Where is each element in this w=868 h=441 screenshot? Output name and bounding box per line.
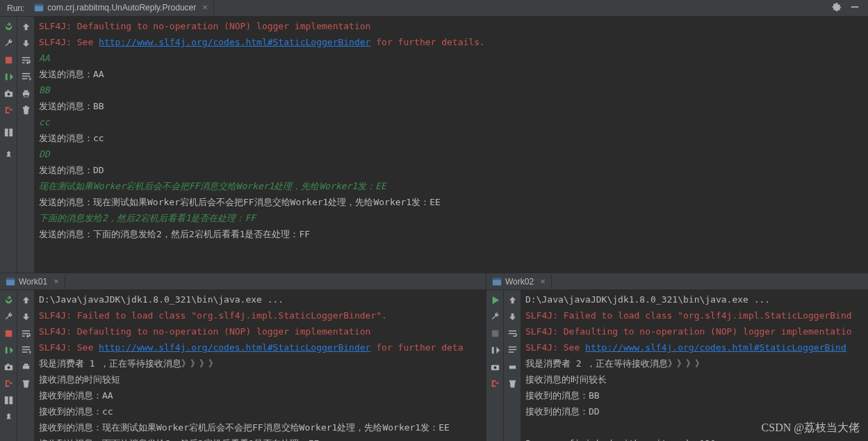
svg-rect-18 [4,396,8,403]
console-icon [34,3,44,13]
console-line: 发送的消息：下面的消息发给2，然后2宕机后看看1是否在处理：FF [39,229,310,239]
work01-console[interactable]: D:\Java\javaJDK\jdk1.8.0_321\bin\java.ex… [35,290,486,441]
console-line: 接收到的消息：现在测试如果Worker宕机后会不会把FF消息交给Worker1处… [39,422,450,433]
print-icon[interactable] [507,361,518,372]
pin-icon[interactable] [3,411,14,422]
console-line: DD [39,149,50,159]
tab-producer-label: com.crj.rabbitmq.UnAutoReply.Producer [47,3,196,13]
svg-rect-20 [22,365,28,369]
stop-icon[interactable] [3,328,14,339]
wrap-icon[interactable] [20,328,31,339]
console-line: 发送的消息：AA [39,69,104,79]
layout-icon[interactable] [3,127,14,138]
gear-icon[interactable] [832,2,842,14]
tab-work02[interactable]: Work02 × [486,275,552,288]
run-icon[interactable] [489,294,500,305]
rerun-green-icon[interactable] [3,344,14,355]
tab-producer[interactable]: com.crj.rabbitmq.UnAutoReply.Producer × [28,1,213,15]
scroll-icon[interactable] [20,71,31,82]
console-line: for further deta [370,342,463,353]
console-line: 我是消费者 1 ，正在等待接收消息》》》》 [39,358,218,369]
print-icon[interactable] [20,88,31,99]
console-line: D:\Java\javaJDK\jdk1.8.0_321\bin\java.ex… [525,294,770,305]
svg-rect-13 [6,278,15,280]
wrench-icon[interactable] [489,311,500,322]
svg-rect-19 [9,396,13,403]
wrench-icon[interactable] [3,311,14,322]
exit-icon[interactable] [3,104,14,115]
producer-console[interactable]: SLF4J: Defaulting to no-operation (NOP) … [35,17,868,273]
console-link[interactable]: http://www.slf4j.org/codes.html#StaticLo… [585,342,846,353]
rerun-grey-icon[interactable] [489,344,500,355]
trash-icon[interactable] [20,104,31,115]
console-line: D:\Java\javaJDK\jdk1.8.0_321\bin\java.ex… [39,294,284,305]
console-line: 我是消费者 2 ，正在等待接收消息》》》》 [525,358,704,369]
svg-point-5 [7,93,10,95]
scroll-icon[interactable] [507,344,518,355]
layout-icon[interactable] [3,394,14,406]
close-icon[interactable]: × [540,276,546,287]
console-line: 发送的消息：现在测试如果Worker宕机后会不会把FF消息交给Worker1处理… [39,197,441,207]
arrow-up-icon[interactable] [507,294,518,305]
svg-rect-27 [509,365,515,369]
console-line: 发送的消息：BB [39,101,104,111]
console-line: 接收到的消息：下面的消息发给2，然后2宕机后看看1是否在处理：FF [39,438,319,441]
tab-work01-label: Work01 [19,277,47,287]
svg-rect-1 [35,3,43,6]
console-line: 下面的消息发给2，然后2宕机后看看1是否在处理：FF [39,213,256,223]
exit-icon[interactable] [489,378,500,389]
work01-gutter-nav [17,290,35,441]
svg-rect-8 [9,128,13,136]
pin-icon[interactable] [3,149,14,160]
arrow-up-icon[interactable] [20,294,31,305]
svg-rect-6 [6,90,9,91]
producer-gutter-nav [17,17,35,273]
console-line: SLF4J: Failed to load class "org.slf4j.i… [525,310,852,321]
work02-console[interactable]: D:\Java\javaJDK\jdk1.8.0_321\bin\java.ex… [521,290,868,441]
svg-point-16 [7,366,10,369]
rerun-green-icon[interactable] [3,71,14,82]
exit-icon[interactable] [3,378,14,389]
arrow-down-icon[interactable] [20,311,31,322]
console-line: 接收到的消息：BB [525,390,600,401]
console-line: 现在测试如果Worker宕机后会不会把FF消息交给Worker1处理，先给Wor… [39,181,386,191]
camera-icon[interactable] [3,361,14,372]
console-line: SLF4J: Defaulting to no-operation (NOP) … [39,21,370,31]
console-link[interactable]: http://www.slf4j.org/codes.html#StaticLo… [99,37,370,47]
scroll-icon[interactable] [20,344,31,355]
stop-disabled-icon [489,328,500,339]
camera-icon[interactable] [489,361,500,372]
trash-icon[interactable] [20,378,31,389]
wrap-icon[interactable] [20,54,31,65]
camera-icon[interactable] [3,88,14,99]
rerun-icon[interactable] [3,294,14,305]
minimize-icon[interactable] [850,2,860,14]
producer-pane: SLF4J: Defaulting to no-operation (NOP) … [0,17,868,273]
stop-icon[interactable] [3,54,14,65]
console-line: AA [39,53,50,63]
work01-gutter-actions [0,290,17,441]
close-icon[interactable]: × [202,2,208,13]
close-icon[interactable]: × [54,276,59,287]
wrench-icon[interactable] [3,38,14,49]
console-link[interactable]: http://www.slf4j.org/codes.html#StaticLo… [99,342,370,353]
arrow-down-icon[interactable] [507,311,518,322]
print-icon[interactable] [20,361,31,372]
console-line: SLF4J: Failed to load class "org.slf4j.i… [39,310,387,321]
wrap-icon[interactable] [507,328,518,339]
work02-gutter-nav [504,290,521,441]
rerun-icon[interactable] [3,21,14,32]
trash-icon[interactable] [507,378,518,389]
svg-rect-7 [4,128,8,136]
svg-rect-23 [493,278,501,280]
console-line: 接收消息的时间较长 [525,374,607,385]
console-line: SLF4J: Defaulting to no-operation (NOP) … [39,326,370,337]
console-line: SLF4J: See [525,342,585,353]
console-line: 接收到的消息：cc [39,406,113,417]
arrow-up-icon[interactable] [20,21,31,32]
arrow-down-icon[interactable] [20,38,31,49]
console-line: 接收到的消息：DD [525,406,600,417]
tab-work01[interactable]: Work01 × [0,275,65,288]
console-line: 接收消息的时间较短 [39,374,120,385]
svg-point-26 [493,366,496,369]
